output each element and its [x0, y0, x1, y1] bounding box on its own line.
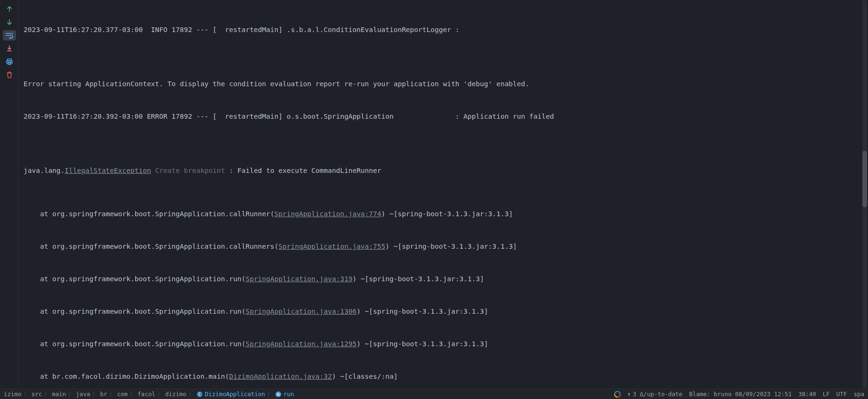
method-icon: m: [275, 391, 282, 398]
scroll-down-button[interactable]: [3, 17, 16, 27]
console-toolbar: [0, 0, 19, 389]
scroll-up-button[interactable]: [3, 4, 16, 14]
git-status[interactable]: ↑3 ∆/up-to-date: [627, 389, 682, 399]
exception-link[interactable]: IllegalStateException: [65, 167, 151, 174]
crumb[interactable]: br: [100, 389, 107, 399]
scroll-to-end-button[interactable]: [3, 43, 16, 54]
indentation-info[interactable]: spa: [853, 389, 864, 399]
file-encoding[interactable]: UTF: [836, 389, 847, 399]
create-breakpoint-hint[interactable]: Create breakpoint: [155, 167, 225, 174]
source-link[interactable]: SpringApplication.java:774: [275, 210, 381, 218]
crumb-method[interactable]: run: [284, 389, 294, 399]
source-link[interactable]: SpringApplication.java:1295: [245, 340, 357, 348]
source-link[interactable]: SpringApplication.java:319: [245, 275, 352, 283]
caret-position[interactable]: 38:40: [798, 389, 816, 399]
scrollbar-thumb[interactable]: [862, 151, 867, 207]
crumb[interactable]: main: [52, 389, 66, 399]
vertical-scrollbar[interactable]: [861, 0, 868, 389]
status-right: ↑3 ∆/up-to-date Blame: bruno 08/09/2023 …: [614, 389, 864, 399]
source-link[interactable]: SpringApplication.java:1306: [245, 308, 357, 315]
svg-text:C: C: [198, 392, 201, 397]
soft-wrap-button[interactable]: [3, 30, 16, 41]
source-link[interactable]: DizimoApplication.java:32: [229, 373, 332, 380]
crumb-file[interactable]: DizimoApplication: [205, 389, 265, 399]
stack-frame: at br.com.facol.dizimo.DizimoApplication…: [24, 371, 857, 382]
log-line: 2023-09-11T16:27:20.377-03:00 INFO 17892…: [24, 24, 857, 35]
console-output[interactable]: 2023-09-11T16:27:20.377-03:00 INFO 17892…: [19, 0, 861, 389]
stack-frame: at org.springframework.boot.SpringApplic…: [24, 306, 857, 317]
exception-line: java.lang.IllegalStateException Create b…: [24, 165, 857, 176]
print-button[interactable]: [3, 57, 16, 67]
breadcrumbs[interactable]: izimo〉 src〉 main〉 java〉 br〉 com〉 facol〉 …: [4, 389, 611, 399]
crumb[interactable]: src: [32, 389, 42, 399]
status-bar: izimo〉 src〉 main〉 java〉 br〉 com〉 facol〉 …: [0, 389, 868, 399]
stack-frame: at org.springframework.boot.SpringApplic…: [24, 241, 857, 252]
crumb[interactable]: dizimo: [165, 389, 187, 399]
class-icon: C: [196, 391, 203, 398]
crumb[interactable]: facol: [138, 389, 155, 399]
blame-info[interactable]: Blame: bruno 08/09/2023 12:51: [689, 389, 792, 399]
stack-frame: at org.springframework.boot.SpringApplic…: [24, 209, 857, 220]
google-icon[interactable]: [614, 391, 621, 398]
crumb[interactable]: java: [76, 389, 90, 399]
source-link[interactable]: SpringApplication.java:755: [278, 243, 385, 250]
crumb[interactable]: com: [117, 389, 128, 399]
stack-frame: at org.springframework.boot.SpringApplic…: [24, 274, 857, 285]
svg-text:m: m: [277, 392, 279, 397]
clear-all-button[interactable]: [3, 70, 16, 80]
line-separator[interactable]: LF: [823, 389, 830, 399]
log-line: Error starting ApplicationContext. To di…: [24, 79, 857, 90]
log-line: 2023-09-11T16:27:20.392-03:00 ERROR 1789…: [24, 111, 857, 122]
crumb[interactable]: izimo: [4, 389, 22, 399]
stack-frame: at org.springframework.boot.SpringApplic…: [24, 339, 857, 350]
